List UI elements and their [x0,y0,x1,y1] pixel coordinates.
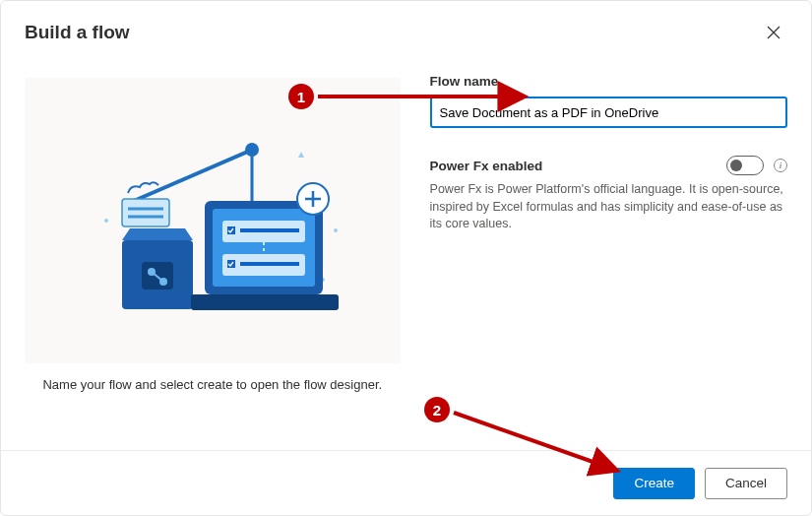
flow-illustration-icon [45,102,380,339]
dialog-header: Build a flow [1,1,811,58]
powerfx-description: Power Fx is Power Platform's official la… [430,181,787,233]
dialog-title: Build a flow [25,22,130,43]
powerfx-toggle[interactable] [726,156,764,175]
left-pane: Name your flow and select create to open… [25,68,401,450]
create-button[interactable]: Create [613,468,695,499]
dialog-body: Name your flow and select create to open… [1,58,811,450]
info-icon[interactable]: i [774,159,787,172]
svg-marker-9 [122,228,193,240]
svg-rect-16 [191,294,339,310]
dialog-footer: Create Cancel [1,450,811,515]
close-button[interactable] [760,19,787,46]
flow-name-input[interactable] [430,97,787,128]
svg-point-0 [334,228,338,232]
cancel-button[interactable]: Cancel [705,468,787,499]
build-flow-dialog: Build a flow [0,0,812,516]
illustration [25,78,401,363]
powerfx-label: Power Fx enabled [430,159,726,173]
svg-line-2 [134,150,252,201]
flow-name-label: Flow name [430,74,787,89]
right-pane: Flow name Power Fx enabled i Power Fx is… [430,68,787,450]
powerfx-row: Power Fx enabled i [430,156,787,175]
svg-marker-1 [298,152,304,158]
close-icon [767,26,781,39]
illustration-caption: Name your flow and select create to open… [42,377,382,392]
svg-rect-5 [122,199,169,226]
